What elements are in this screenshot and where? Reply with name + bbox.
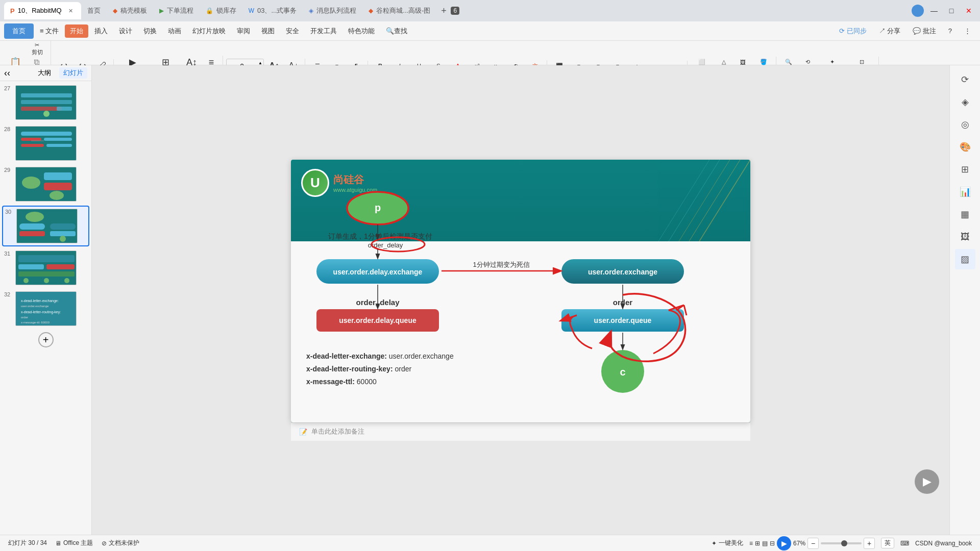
svg-point-30 <box>23 278 29 283</box>
menu-design[interactable]: 设计 <box>114 24 137 38</box>
right-panel: ⟳ ◈ ◎ 🎨 ⊞ 📊 ▦ 🖼 ▨ <box>949 65 980 535</box>
outline-tab[interactable]: 大纲 <box>34 67 55 79</box>
tab-home[interactable]: 首页 <box>81 2 107 19</box>
menu-view[interactable]: 视图 <box>256 24 280 38</box>
slide-item-27[interactable]: 27 <box>2 83 89 122</box>
menu-review[interactable]: 审阅 <box>232 24 255 38</box>
image-panel-btn[interactable]: 🖼 <box>955 227 975 247</box>
maximize-btn[interactable]: □ <box>944 4 959 18</box>
panel-toggle: ‹‹ 大纲 幻灯片 <box>0 65 91 81</box>
tab-label: 10、RabbitMQ <box>18 6 62 15</box>
menu-find[interactable]: 🔍查找 <box>381 24 412 38</box>
menu-slideshow[interactable]: 幻灯片放映 <box>187 24 231 38</box>
cut-button[interactable]: ✂ 剪切 <box>26 41 48 57</box>
slide-thumb-32[interactable]: x-dead-letter-exchange: user.order.excha… <box>15 291 77 326</box>
menu-insert[interactable]: 插入 <box>89 24 113 38</box>
new-tab-button[interactable]: + <box>436 4 451 18</box>
notes-placeholder: 单击此处添加备注 <box>311 427 364 436</box>
cut-icon: ✂ <box>35 42 39 48</box>
tab-mq-flow[interactable]: ◈ 消息队列流程 <box>303 2 362 19</box>
tab-label: 首页 <box>87 6 101 15</box>
slide-item-30[interactable]: 30 <box>2 206 89 246</box>
menu-features[interactable]: 特色功能 <box>343 24 380 38</box>
user-avatar[interactable] <box>912 5 924 17</box>
protect-label: 文档未保护 <box>109 539 139 547</box>
svg-text:c: c <box>620 366 625 378</box>
tab-icon: ◈ <box>309 7 313 14</box>
theme-btn[interactable]: 🎨 <box>955 137 975 157</box>
more-button[interactable]: ⋮ <box>959 25 976 37</box>
zoom-in-btn[interactable]: + <box>864 538 875 549</box>
menu-security[interactable]: 安全 <box>281 24 304 38</box>
tab-lock[interactable]: 🔒 锁库存 <box>200 2 242 19</box>
menu-file[interactable]: ≡ 文件 <box>35 24 64 38</box>
menu-start[interactable]: 开始 <box>65 24 88 38</box>
zoom-level: 67% <box>793 540 805 547</box>
svg-rect-11 <box>46 144 72 147</box>
slide-thumb-27[interactable] <box>15 85 77 120</box>
svg-rect-7 <box>21 132 72 136</box>
share-button[interactable]: ↗ 分享 <box>874 24 906 38</box>
slide-item-32[interactable]: 32 x-dead-letter-exchange: user.order.ex… <box>2 289 89 328</box>
active-right-btn[interactable]: ▨ <box>955 249 975 269</box>
theme-info: 🖥 Office 主题 <box>55 539 93 547</box>
collapse-panel-btn[interactable]: ‹‹ <box>4 68 10 79</box>
zoom-thumb <box>841 540 847 546</box>
svg-point-19 <box>26 212 44 222</box>
add-slide-button[interactable]: + <box>38 332 54 347</box>
svg-rect-16 <box>44 183 72 190</box>
svg-text:user.order.exchange: user.order.exchange <box>21 305 49 308</box>
tab-close-btn[interactable]: ✕ <box>67 7 75 15</box>
tab-gulimail[interactable]: ◆ 谷粒商城...高级-图 <box>362 2 436 19</box>
chart-btn[interactable]: 📊 <box>955 182 975 202</box>
diagram-svg: p 订单生成，1分钟后检测是否支付 order_delay user.order… <box>291 160 750 422</box>
tab-label: 锁库存 <box>216 6 236 15</box>
svg-rect-15 <box>44 172 72 180</box>
slide-item-29[interactable]: 29 <box>2 165 89 204</box>
svg-text:p: p <box>375 202 381 213</box>
menu-dev-tools[interactable]: 开发工具 <box>305 24 342 38</box>
lang-indicator[interactable]: 英 <box>881 538 894 548</box>
slides-tab[interactable]: 幻灯片 <box>59 67 87 79</box>
presentation-play-btn[interactable]: ▶ <box>915 469 939 494</box>
menu-animate[interactable]: 动画 <box>163 24 186 38</box>
close-btn[interactable]: ✕ <box>962 4 976 18</box>
svg-text:user.order.delay.queue: user.order.delay.queue <box>339 316 416 324</box>
tab-workflow[interactable]: ▶ 下单流程 <box>153 2 200 19</box>
svg-rect-8 <box>21 138 41 141</box>
table-btn[interactable]: ⊞ <box>955 159 975 180</box>
slide-number-32: 32 <box>4 291 12 297</box>
center-canvas: U 尚硅谷 www.atguigu.com p 订单生成，1分钟后检测是否支付 … <box>92 65 949 535</box>
tab-template[interactable]: ◆ 稿壳模板 <box>107 2 153 19</box>
panel-tabs: 大纲 幻灯片 <box>34 67 87 79</box>
comment-button[interactable]: 💬 批注 <box>908 24 941 38</box>
sync-button[interactable]: ⟳ 已同步 <box>834 24 872 38</box>
notes-area[interactable]: 📝 单击此处添加备注 <box>291 422 750 441</box>
play-btn[interactable]: ▶ <box>777 536 791 550</box>
svg-rect-27 <box>18 264 44 269</box>
transition-btn[interactable]: ◎ <box>955 114 975 135</box>
tab-icon: ▶ <box>159 7 164 14</box>
view-icon: ▤ <box>762 540 768 547</box>
help-button[interactable]: ? <box>943 25 957 37</box>
tab-label: 消息队列流程 <box>316 6 356 15</box>
slide-thumb-31[interactable] <box>15 251 77 285</box>
slide-item-31[interactable]: 31 <box>2 248 89 287</box>
animation-btn[interactable]: ◈ <box>955 92 975 112</box>
layout-btn[interactable]: ▦ <box>955 204 975 224</box>
tab-transaction[interactable]: W 03、...式事务 <box>242 2 303 19</box>
zoom-out-btn[interactable]: − <box>807 538 819 549</box>
slide-thumb-29[interactable] <box>15 167 77 202</box>
slide-item-28[interactable]: 28 <box>2 124 89 163</box>
zoom-slider[interactable] <box>821 542 862 544</box>
slide-canvas[interactable]: U 尚硅谷 www.atguigu.com p 订单生成，1分钟后检测是否支付 … <box>291 160 750 422</box>
menu-switch[interactable]: 切换 <box>138 24 162 38</box>
properties-btn[interactable]: ⟳ <box>955 69 975 90</box>
beautify-btn[interactable]: ✦ 一键美化 <box>712 539 743 547</box>
minimize-btn[interactable]: — <box>927 4 941 18</box>
tab-rabbitmq[interactable]: P 10、RabbitMQ ✕ <box>4 2 81 19</box>
slide-thumb-28[interactable] <box>15 126 77 161</box>
slide-number-30: 30 <box>5 209 13 215</box>
slide-thumb-30[interactable] <box>16 209 78 243</box>
menu-home[interactable]: 首页 <box>4 23 34 39</box>
